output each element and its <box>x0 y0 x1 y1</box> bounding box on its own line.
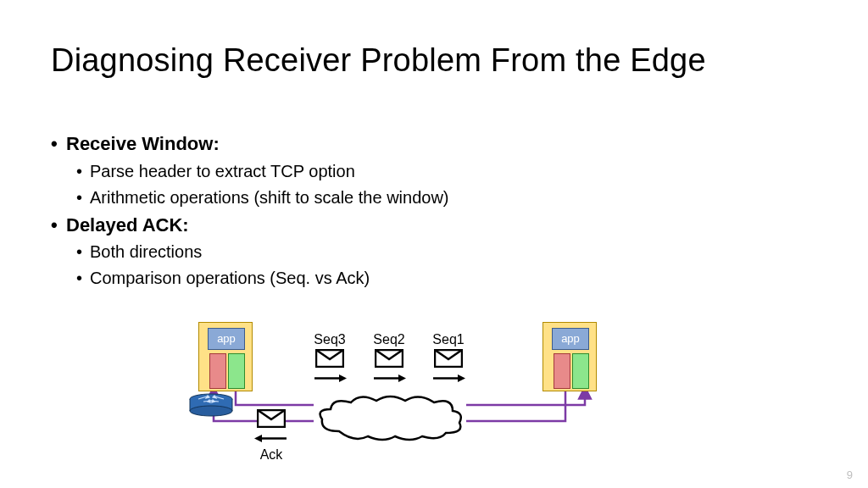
router-icon <box>188 393 234 417</box>
svg-point-2 <box>190 406 232 416</box>
host-right: app <box>542 322 597 391</box>
svg-marker-18 <box>398 374 406 382</box>
slide: Diagnosing Receiver Problem From the Edg… <box>0 0 868 488</box>
app-label-left: app <box>208 328 245 350</box>
envelope-icon <box>257 409 286 428</box>
envelope-icon <box>315 349 344 368</box>
svg-marker-21 <box>458 374 465 382</box>
rx-buffer-right <box>554 353 570 389</box>
packet-ack: Ack <box>246 409 297 463</box>
envelope-icon <box>375 349 403 368</box>
page-title: Diagnosing Receiver Problem From the Edg… <box>51 42 706 79</box>
tx-buffer-left <box>228 353 245 389</box>
bullet-rwnd-sub2: Arithmetic operations (shift to scale th… <box>90 186 449 209</box>
packet-seq1: Seq1 <box>417 332 480 386</box>
host-left: app <box>198 322 253 391</box>
ack-label: Ack <box>246 447 297 463</box>
bullet-dack: Delayed ACK: <box>66 213 449 238</box>
bullet-dack-sub1: Both directions <box>90 241 449 263</box>
slide-number: 9 <box>847 469 853 481</box>
app-label-right: app <box>552 328 589 350</box>
arrow-right-icon <box>372 374 406 383</box>
cloud-icon <box>314 394 466 441</box>
content: Receive Window: Parse header to extract … <box>66 131 449 293</box>
seq1-label: Seq1 <box>417 332 480 347</box>
packet-seq2: Seq2 <box>358 332 420 386</box>
bullet-rwnd: Receive Window: <box>66 131 449 157</box>
seq3-label: Seq3 <box>298 332 361 347</box>
svg-marker-24 <box>254 435 262 442</box>
packet-seq3: Seq3 <box>298 332 361 386</box>
bullet-rwnd-sub1: Parse header to extract TCP option <box>90 160 449 183</box>
svg-marker-15 <box>339 374 347 382</box>
rx-buffer-left <box>209 353 226 389</box>
envelope-icon <box>434 349 463 368</box>
arrow-left-icon <box>254 434 288 443</box>
seq2-label: Seq2 <box>358 332 420 347</box>
bullet-dack-sub2: Comparison operations (Seq. vs Ack) <box>90 267 449 290</box>
network-diagram: app <box>186 322 661 474</box>
arrow-right-icon <box>313 374 347 383</box>
tx-buffer-right <box>572 353 589 389</box>
arrow-right-icon <box>431 374 465 383</box>
